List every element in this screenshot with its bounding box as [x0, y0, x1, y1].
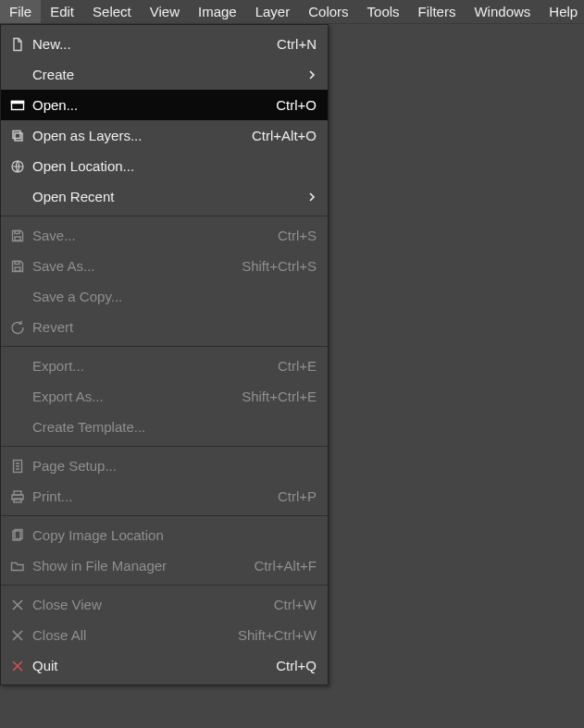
menu-item-label: Export As... — [32, 389, 242, 404]
menu-label: Help — [549, 4, 578, 19]
globe-icon — [8, 157, 27, 176]
menu-item-label: Create Template... — [32, 419, 317, 435]
menu-separator — [1, 585, 328, 586]
menu-item-label: Save... — [32, 228, 278, 243]
menu-item-revert: Revert — [1, 312, 328, 342]
menu-item-label: Quit — [32, 658, 276, 673]
menu-item-copy-image-location: Copy Image Location — [1, 520, 328, 550]
menu-item-shortcut: Ctrl+W — [274, 597, 317, 612]
menu-label: Windows — [474, 4, 530, 19]
svg-rect-7 — [15, 267, 20, 271]
menu-item-save-as: Save As...Shift+Ctrl+S — [1, 251, 328, 281]
menu-item-save: Save...Ctrl+S — [1, 220, 328, 251]
pagesetup-icon — [8, 457, 27, 475]
menu-item-label: New... — [32, 36, 277, 52]
menu-label: Select — [93, 4, 131, 19]
menu-help[interactable]: Help — [540, 0, 584, 23]
quit-icon — [8, 657, 27, 675]
menu-windows[interactable]: Windows — [465, 0, 540, 23]
menu-item-shortcut: Shift+Ctrl+S — [242, 258, 317, 274]
svg-rect-1 — [12, 101, 24, 103]
menu-item-label: Open... — [32, 97, 276, 113]
menu-layer[interactable]: Layer — [246, 0, 300, 23]
menu-item-label: Close View — [32, 597, 274, 612]
menu-item-open-as-layers[interactable]: Open as Layers...Ctrl+Alt+O — [1, 120, 328, 151]
menu-item-print: Print...Ctrl+P — [1, 481, 328, 512]
menu-item-label: Open Location... — [32, 158, 317, 174]
menu-label: View — [150, 4, 180, 19]
chevron-right-icon — [302, 67, 317, 82]
menu-item-label: Copy Image Location — [32, 527, 317, 543]
chevron-right-icon — [302, 189, 317, 204]
menu-separator — [1, 446, 328, 447]
menu-edit[interactable]: Edit — [41, 0, 83, 23]
menu-colors[interactable]: Colors — [299, 0, 357, 23]
menu-item-new[interactable]: New...Ctrl+N — [1, 29, 328, 59]
menu-item-close-all: Close AllShift+Ctrl+W — [1, 620, 328, 650]
menu-label: Edit — [50, 4, 74, 19]
menu-item-label: Show in File Manager — [32, 558, 254, 574]
menu-item-shortcut: Ctrl+N — [277, 36, 317, 52]
menu-item-open-recent[interactable]: Open Recent — [1, 181, 328, 212]
svg-rect-12 — [14, 499, 21, 502]
menu-item-label: Export... — [32, 358, 278, 374]
menu-item-quit[interactable]: QuitCtrl+Q — [1, 650, 328, 681]
svg-rect-8 — [15, 261, 19, 264]
open-icon — [8, 96, 27, 115]
menu-label: Image — [198, 4, 237, 19]
menu-separator — [1, 515, 328, 516]
menu-item-create[interactable]: Create — [1, 59, 328, 90]
folder-icon — [8, 557, 27, 575]
new-icon — [8, 35, 27, 54]
menu-file[interactable]: File — [0, 0, 41, 23]
menu-image[interactable]: Image — [189, 0, 246, 23]
menu-item-label: Save As... — [32, 258, 242, 274]
menu-label: Tools — [367, 4, 400, 19]
menu-item-shortcut: Ctrl+O — [276, 97, 317, 113]
menu-item-shortcut: Ctrl+S — [278, 228, 317, 243]
file-menu-dropdown: New...Ctrl+NCreateOpen...Ctrl+OOpen as L… — [0, 24, 329, 685]
menu-item-label: Page Setup... — [32, 458, 317, 474]
menu-item-label: Revert — [32, 319, 317, 335]
menu-item-shortcut: Ctrl+P — [278, 488, 317, 504]
print-icon — [8, 487, 27, 506]
menu-item-shortcut: Ctrl+E — [278, 358, 317, 374]
menu-item-show-in-file-manager: Show in File ManagerCtrl+Alt+F — [1, 550, 328, 581]
svg-rect-3 — [15, 133, 22, 141]
close-icon — [8, 596, 27, 614]
menu-tools[interactable]: Tools — [358, 0, 409, 23]
menu-filters[interactable]: Filters — [409, 0, 466, 23]
menu-item-shortcut: Shift+Ctrl+W — [238, 627, 317, 643]
saveas-icon — [8, 257, 27, 276]
menu-item-close-view: Close ViewCtrl+W — [1, 589, 328, 620]
menu-label: Layer — [255, 4, 291, 19]
menu-item-label: Save a Copy... — [32, 289, 317, 304]
menu-item-save-a-copy: Save a Copy... — [1, 281, 328, 312]
menu-select[interactable]: Select — [83, 0, 141, 23]
svg-rect-5 — [15, 237, 20, 241]
menu-item-label: Print... — [32, 488, 278, 504]
menu-label: Filters — [418, 4, 456, 19]
menu-item-export: Export...Ctrl+E — [1, 351, 328, 381]
menu-item-shortcut: Ctrl+Alt+F — [254, 558, 317, 574]
save-icon — [8, 227, 27, 245]
menu-item-label: Open as Layers... — [32, 128, 252, 143]
menu-view[interactable]: View — [141, 0, 189, 23]
layers-icon — [8, 127, 27, 145]
menu-item-label: Open Recent — [32, 189, 302, 204]
menu-item-page-setup: Page Setup... — [1, 450, 328, 481]
revert-icon — [8, 318, 27, 337]
menu-label: Colors — [308, 4, 348, 19]
menu-separator — [1, 346, 328, 347]
menu-bar: FileEditSelectViewImageLayerColorsToolsF… — [0, 0, 584, 24]
menu-item-open[interactable]: Open...Ctrl+O — [1, 90, 328, 120]
menu-item-export-as: Export As...Shift+Ctrl+E — [1, 381, 328, 412]
menu-label: File — [9, 4, 31, 19]
menu-item-open-location[interactable]: Open Location... — [1, 151, 328, 181]
menu-item-label: Create — [32, 67, 302, 82]
menu-separator — [1, 216, 328, 216]
svg-rect-2 — [13, 130, 20, 138]
menu-item-shortcut: Ctrl+Q — [276, 658, 317, 673]
menu-item-shortcut: Ctrl+Alt+O — [252, 128, 317, 143]
svg-rect-6 — [15, 230, 19, 233]
